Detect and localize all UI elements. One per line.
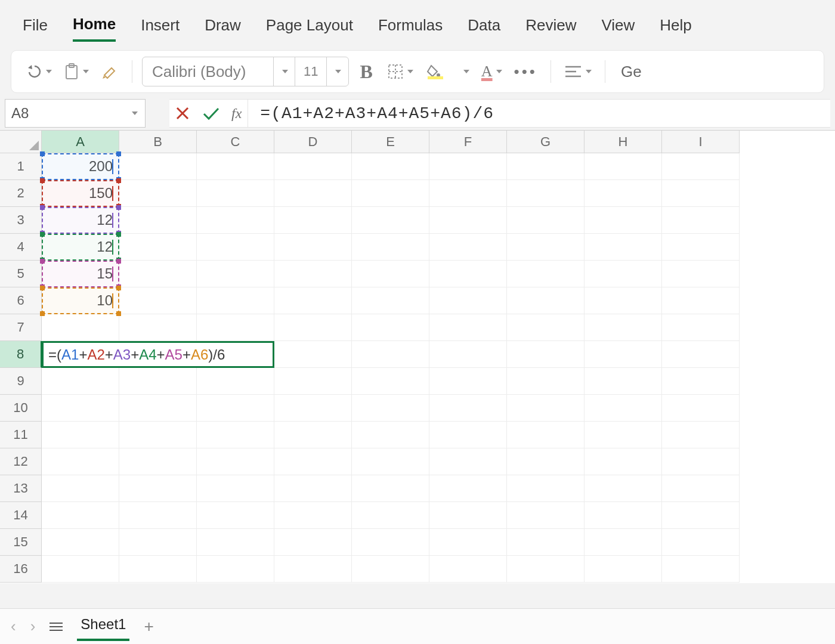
column-header-C[interactable]: C [197, 131, 274, 153]
row-header-14[interactable]: 14 [0, 502, 42, 529]
cell-E9[interactable] [352, 368, 429, 395]
cell-D13[interactable] [274, 475, 352, 502]
cell-E4[interactable] [352, 234, 429, 261]
cell-H6[interactable] [584, 287, 662, 314]
sheet-nav-next[interactable]: › [30, 617, 36, 636]
cell-G15[interactable] [507, 529, 584, 556]
row-header-11[interactable]: 11 [0, 422, 42, 448]
row-header-6[interactable]: 6 [0, 287, 42, 314]
cell-C5[interactable] [197, 261, 274, 287]
font-name-dropdown[interactable] [274, 57, 295, 86]
cell-A12[interactable] [42, 448, 119, 475]
all-sheets-button[interactable] [50, 623, 63, 631]
cell-D12[interactable] [274, 448, 352, 475]
cell-A16[interactable] [42, 556, 119, 583]
cell-C1[interactable] [197, 153, 274, 180]
cell-H11[interactable] [584, 422, 662, 448]
cell-F3[interactable] [429, 207, 507, 234]
cell-I4[interactable] [662, 234, 740, 261]
truncated-group[interactable]: Ge [621, 63, 642, 81]
row-header-10[interactable]: 10 [0, 395, 42, 422]
column-header-I[interactable]: I [662, 131, 740, 153]
cell-G5[interactable] [507, 261, 584, 287]
cell-D9[interactable] [274, 368, 352, 395]
cell-I6[interactable] [662, 287, 740, 314]
cell-E15[interactable] [352, 529, 429, 556]
cell-D7[interactable] [274, 314, 352, 341]
cell-C2[interactable] [197, 180, 274, 207]
cell-D4[interactable] [274, 234, 352, 261]
cell-A13[interactable] [42, 475, 119, 502]
row-header-1[interactable]: 1 [0, 153, 42, 180]
cell-A6[interactable]: 10 [42, 287, 119, 314]
cell-I12[interactable] [662, 448, 740, 475]
bold-button[interactable]: B [354, 61, 378, 83]
ribbon-tab-review[interactable]: Review [525, 16, 576, 41]
cell-I11[interactable] [662, 422, 740, 448]
formula-input[interactable]: =(A1+A2+A3+A4+A5+A6)/6 [253, 99, 830, 128]
cell-H13[interactable] [584, 475, 662, 502]
cell-A2[interactable]: 150 [42, 180, 119, 207]
row-header-3[interactable]: 3 [0, 207, 42, 234]
cell-D8[interactable] [274, 341, 352, 368]
row-header-16[interactable]: 16 [0, 556, 42, 583]
cell-D1[interactable] [274, 153, 352, 180]
column-header-G[interactable]: G [507, 131, 584, 153]
ribbon-tab-help[interactable]: Help [660, 16, 691, 41]
cell-B2[interactable] [119, 180, 197, 207]
font-name-select[interactable]: Calibri (Body) [143, 57, 274, 86]
cell-E5[interactable] [352, 261, 429, 287]
cell-G1[interactable] [507, 153, 584, 180]
undo-button[interactable] [21, 60, 55, 83]
more-font-button[interactable]: ••• [511, 63, 541, 81]
row-header-13[interactable]: 13 [0, 475, 42, 502]
column-header-D[interactable]: D [274, 131, 352, 153]
cell-C7[interactable] [197, 314, 274, 341]
cell-H1[interactable] [584, 153, 662, 180]
cell-F2[interactable] [429, 180, 507, 207]
cell-G9[interactable] [507, 368, 584, 395]
cell-B3[interactable] [119, 207, 197, 234]
cell-E14[interactable] [352, 502, 429, 529]
cell-I13[interactable] [662, 475, 740, 502]
sheet-nav-prev[interactable]: ‹ [11, 617, 16, 636]
cell-A1[interactable]: 200 [42, 153, 119, 180]
cell-B14[interactable] [119, 502, 197, 529]
cell-A10[interactable] [42, 395, 119, 422]
column-header-B[interactable]: B [119, 131, 197, 153]
cell-G7[interactable] [507, 314, 584, 341]
ribbon-tab-data[interactable]: Data [468, 16, 500, 41]
cell-F8[interactable] [429, 341, 507, 368]
cell-E2[interactable] [352, 180, 429, 207]
cell-G11[interactable] [507, 422, 584, 448]
cell-A9[interactable] [42, 368, 119, 395]
cell-D14[interactable] [274, 502, 352, 529]
cell-G2[interactable] [507, 180, 584, 207]
cell-C15[interactable] [197, 529, 274, 556]
cell-I7[interactable] [662, 314, 740, 341]
cancel-formula-button[interactable] [174, 105, 191, 122]
cell-C11[interactable] [197, 422, 274, 448]
cell-I8[interactable] [662, 341, 740, 368]
name-box[interactable]: A8 [5, 99, 146, 128]
cell-H12[interactable] [584, 448, 662, 475]
font-size-dropdown[interactable] [327, 57, 348, 86]
cell-F1[interactable] [429, 153, 507, 180]
cell-A5[interactable]: 15 [42, 261, 119, 287]
cell-F7[interactable] [429, 314, 507, 341]
active-cell-editor[interactable]: =(A1+A2+A3+A4+A5+A6)/6 [42, 341, 274, 368]
cell-D16[interactable] [274, 556, 352, 583]
cell-D3[interactable] [274, 207, 352, 234]
cell-D10[interactable] [274, 395, 352, 422]
cell-G16[interactable] [507, 556, 584, 583]
cell-B4[interactable] [119, 234, 197, 261]
cell-A7[interactable] [42, 314, 119, 341]
font-size-select[interactable]: 11 [295, 57, 327, 86]
cell-F10[interactable] [429, 395, 507, 422]
cell-H10[interactable] [584, 395, 662, 422]
cell-F11[interactable] [429, 422, 507, 448]
cell-B16[interactable] [119, 556, 197, 583]
add-sheet-button[interactable]: + [144, 617, 153, 636]
cell-H2[interactable] [584, 180, 662, 207]
cell-B5[interactable] [119, 261, 197, 287]
